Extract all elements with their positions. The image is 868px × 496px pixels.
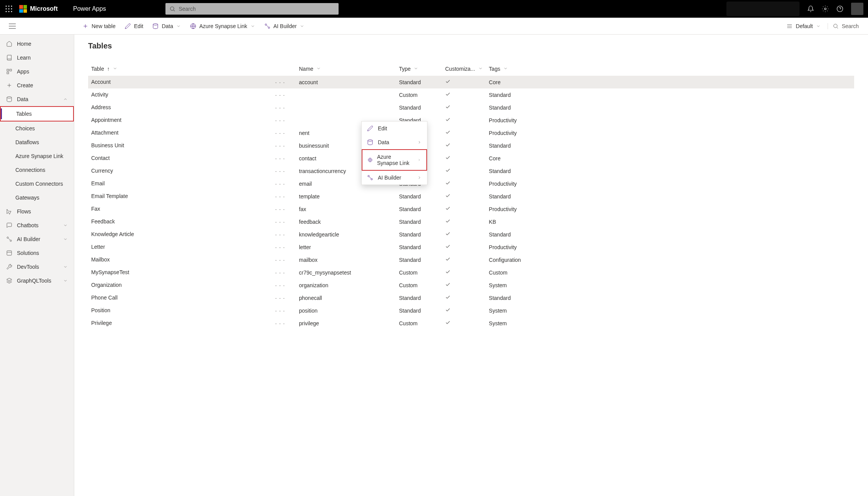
table-row[interactable]: Attachment · · · nent Standard Productiv… xyxy=(88,126,854,139)
row-more-icon[interactable]: · · · xyxy=(275,206,285,212)
row-more-icon[interactable]: · · · xyxy=(275,269,285,276)
row-more-icon[interactable]: · · · xyxy=(275,307,285,314)
cell-tags: Productivity xyxy=(486,177,854,190)
help-icon[interactable] xyxy=(836,5,843,12)
nav-dataflows[interactable]: Dataflows xyxy=(0,135,74,149)
table-row[interactable]: Knowledge Article · · · knowledgearticle… xyxy=(88,228,854,241)
cell-table: Activity xyxy=(91,92,108,98)
nav-synapse-link[interactable]: Azure Synapse Link xyxy=(0,149,74,163)
data-dropdown[interactable]: Data xyxy=(148,18,185,34)
cell-type: Standard xyxy=(396,241,442,253)
settings-icon[interactable] xyxy=(822,5,829,12)
svg-point-0 xyxy=(6,6,7,7)
nav-graphqltools[interactable]: GraphQLTools xyxy=(0,274,74,288)
nav-solutions[interactable]: Solutions xyxy=(0,246,74,260)
row-more-icon[interactable]: · · · xyxy=(275,282,285,288)
table-row[interactable]: Contact · · · contact Standard Core xyxy=(88,152,854,165)
nav-choices[interactable]: Choices xyxy=(0,122,74,135)
cell-tags: Custom xyxy=(486,266,854,279)
new-table-button[interactable]: New table xyxy=(78,18,120,34)
table-row[interactable]: Organization · · · organization Custom S… xyxy=(88,279,854,291)
table-row[interactable]: Appointment · · · Standard Productivity xyxy=(88,114,854,126)
nav-apps[interactable]: Apps xyxy=(0,65,74,78)
cell-type: Custom xyxy=(396,279,442,291)
row-more-icon[interactable]: · · · xyxy=(275,117,285,123)
col-header-tags[interactable]: Tags xyxy=(486,62,854,76)
table-row[interactable]: Address · · · Standard Standard xyxy=(88,101,854,114)
row-more-icon[interactable]: · · · xyxy=(275,130,285,136)
cell-name: fax xyxy=(296,203,396,215)
nav-create[interactable]: Create xyxy=(0,78,74,92)
nav-ai-builder[interactable]: AI Builder xyxy=(0,232,74,246)
nav-devtools[interactable]: DevTools xyxy=(0,260,74,274)
ctx-data[interactable]: Data xyxy=(362,135,427,149)
nav-learn[interactable]: Learn xyxy=(0,51,74,65)
table-row[interactable]: Account · · · account Standard Core xyxy=(88,76,854,88)
nav-data[interactable]: Data xyxy=(0,92,74,106)
nav-custom-connectors[interactable]: Custom Connectors xyxy=(0,177,74,191)
table-row[interactable]: Fax · · · fax Standard Productivity xyxy=(88,203,854,215)
table-row[interactable]: Phone Call · · · phonecall Standard Stan… xyxy=(88,291,854,304)
global-search[interactable]: Search xyxy=(165,3,339,15)
cell-name: account xyxy=(296,76,396,88)
synapse-link-dropdown[interactable]: Azure Synapse Link xyxy=(185,18,260,34)
svg-point-11 xyxy=(837,6,843,12)
col-header-name[interactable]: Name xyxy=(296,62,396,76)
table-row[interactable]: Mailbox · · · mailbox Standard Configura… xyxy=(88,253,854,266)
table-row[interactable]: Currency · · · transactioncurrency Stand… xyxy=(88,165,854,177)
check-icon xyxy=(445,117,451,122)
environment-picker[interactable] xyxy=(726,2,800,16)
row-more-icon[interactable]: · · · xyxy=(275,142,285,149)
cell-customizable xyxy=(442,317,486,330)
table-row[interactable]: Business Unit · · · businessunit Standar… xyxy=(88,139,854,152)
cell-customizable xyxy=(442,88,486,101)
col-header-customizable[interactable]: Customiza... xyxy=(442,62,486,76)
nav-flows[interactable]: Flows xyxy=(0,205,74,218)
col-header-type[interactable]: Type xyxy=(396,62,442,76)
brand-label: Microsoft xyxy=(30,5,58,12)
table-row[interactable]: Email Template · · · template Standard S… xyxy=(88,190,854,203)
row-more-icon[interactable]: · · · xyxy=(275,104,285,111)
nav-gateways[interactable]: Gateways xyxy=(0,191,74,205)
col-header-table[interactable]: Table ↑ xyxy=(88,62,296,76)
row-more-icon[interactable]: · · · xyxy=(275,244,285,250)
cell-table: Account xyxy=(91,79,111,85)
view-selector[interactable]: Default xyxy=(782,23,825,29)
table-row[interactable]: Position · · · position Standard System xyxy=(88,304,854,317)
chevron-down-icon xyxy=(414,66,418,71)
row-more-icon[interactable]: · · · xyxy=(275,193,285,200)
chevron-down-icon xyxy=(478,66,483,71)
cell-tags: Productivity xyxy=(486,114,854,126)
app-launcher-icon[interactable] xyxy=(0,0,18,18)
notifications-icon[interactable] xyxy=(807,5,814,12)
nav-chatbots[interactable]: Chatbots xyxy=(0,218,74,232)
table-row[interactable]: Feedback · · · feedback Standard KB xyxy=(88,215,854,228)
row-more-icon[interactable]: · · · xyxy=(275,320,285,326)
ctx-ai-builder[interactable]: AI Builder xyxy=(362,171,427,185)
table-row[interactable]: Letter · · · letter Standard Productivit… xyxy=(88,241,854,253)
table-row[interactable]: Activity · · · Custom Standard xyxy=(88,88,854,101)
ai-builder-dropdown[interactable]: AI Builder xyxy=(260,18,309,34)
table-row[interactable]: MySynapseTest · · · cr79c_mysynapsetest … xyxy=(88,266,854,279)
row-more-icon[interactable]: · · · xyxy=(275,180,285,187)
row-more-icon[interactable]: · · · xyxy=(275,231,285,238)
table-row[interactable]: Email · · · email Standard Productivity xyxy=(88,177,854,190)
nav-tables[interactable]: Tables xyxy=(0,106,74,122)
row-more-icon[interactable]: · · · xyxy=(275,79,285,85)
row-more-icon[interactable]: · · · xyxy=(275,218,285,225)
avatar[interactable] xyxy=(851,3,863,15)
row-more-icon[interactable]: · · · xyxy=(275,168,285,174)
row-more-icon[interactable]: · · · xyxy=(275,256,285,263)
nav-toggle[interactable] xyxy=(5,23,20,29)
row-more-icon[interactable]: · · · xyxy=(275,295,285,301)
table-search[interactable]: Search xyxy=(828,23,863,29)
nav-home[interactable]: Home xyxy=(0,37,74,51)
row-more-icon[interactable]: · · · xyxy=(275,92,285,98)
edit-button[interactable]: Edit xyxy=(120,18,148,34)
synapse-label: Azure Synapse Link xyxy=(199,23,247,29)
nav-connections[interactable]: Connections xyxy=(0,163,74,177)
table-row[interactable]: Privilege · · · privilege Custom System xyxy=(88,317,854,330)
row-more-icon[interactable]: · · · xyxy=(275,155,285,161)
ctx-synapse-link[interactable]: Azure Synapse Link xyxy=(362,149,427,171)
ctx-edit[interactable]: Edit xyxy=(362,122,427,135)
